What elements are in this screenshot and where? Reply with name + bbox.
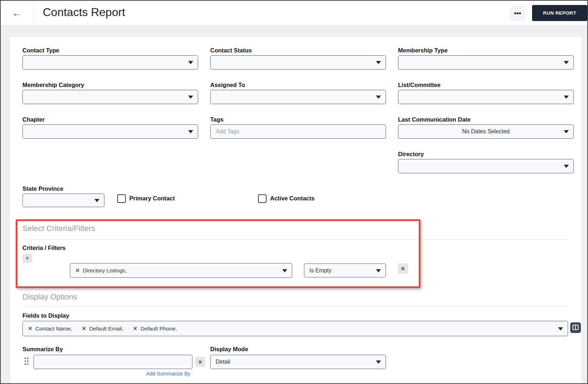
state-province-select[interactable]	[22, 194, 104, 207]
remove-criteria-row-button[interactable]: ✖	[398, 263, 408, 274]
contact-status-label: Contact Status	[210, 47, 252, 55]
chevron-down-icon	[376, 61, 381, 64]
more-options-button[interactable]: •••	[510, 6, 526, 21]
field-chip: ✕ Contact Name,	[28, 325, 72, 332]
field-chip: ✕ Default Email,	[82, 325, 124, 332]
membership-type-label: Membership Type	[398, 47, 448, 55]
remove-chip-icon[interactable]: ✕	[28, 325, 32, 332]
header: ← Contacts Report ••• RUN REPORT	[1, 1, 587, 26]
divider	[22, 307, 568, 307]
divider	[22, 239, 568, 240]
add-criteria-button[interactable]: +	[22, 254, 32, 263]
state-province-label: State Province	[22, 185, 63, 193]
chevron-down-icon	[188, 61, 193, 64]
assigned-to-label: Assigned To	[210, 82, 245, 89]
plus-icon: +	[25, 255, 29, 262]
display-options-heading: Display Options	[22, 292, 77, 302]
membership-category-label: Membership Category	[22, 82, 84, 89]
contacts-report-page: ← Contacts Report ••• RUN REPORT Contact…	[0, 0, 588, 384]
display-mode-label: Display Mode	[210, 346, 248, 354]
chevron-down-icon	[376, 269, 381, 272]
criteria-operator-select[interactable]: Is Empty	[304, 263, 386, 277]
chevron-down-icon	[188, 96, 193, 99]
membership-type-select[interactable]	[398, 55, 574, 70]
last-communication-date-value: No Dates Selected	[462, 128, 510, 135]
directory-select[interactable]	[398, 159, 574, 173]
chevron-down-icon	[376, 360, 381, 364]
criteria-field-select[interactable]: ✕ Directory Listings,	[70, 263, 292, 278]
field-chip: ✕ Default Phone,	[133, 325, 177, 332]
add-summarize-by-link[interactable]: Add Summarize By	[146, 371, 190, 377]
fields-to-display-label: Fields to Display	[22, 312, 69, 320]
primary-contact-checkbox[interactable]	[117, 194, 126, 203]
active-contacts-checkbox[interactable]	[258, 194, 267, 203]
last-communication-date-select[interactable]: No Dates Selected	[398, 124, 574, 139]
page-title: Contacts Report	[43, 6, 125, 19]
chevron-down-icon	[564, 61, 569, 64]
active-contacts-checkbox-label: Active Contacts	[270, 195, 315, 202]
columns-icon	[572, 324, 579, 331]
chevron-down-icon	[564, 130, 569, 133]
field-chip-label: Default Phone,	[140, 326, 177, 332]
assigned-to-select[interactable]	[210, 90, 386, 104]
last-communication-date-label: Last Communication Date	[398, 116, 471, 124]
close-icon: ✖	[198, 359, 202, 365]
chevron-down-icon	[376, 96, 381, 99]
chevron-down-icon	[558, 327, 563, 331]
drag-handle-icon[interactable]	[24, 357, 29, 366]
chevron-down-icon	[94, 199, 99, 202]
summarize-by-input[interactable]	[33, 355, 192, 369]
choose-columns-button[interactable]	[570, 322, 581, 333]
clear-summarize-button[interactable]: ✖	[195, 357, 205, 367]
remove-chip-icon[interactable]: ✕	[75, 267, 80, 274]
ellipsis-icon: •••	[514, 9, 521, 17]
list-committee-label: List/Committee	[398, 82, 440, 89]
chevron-down-icon	[282, 269, 287, 272]
summarize-by-label: Summarize By	[22, 346, 63, 354]
tags-input[interactable]	[210, 124, 386, 139]
arrow-left-icon: ←	[12, 8, 22, 19]
chevron-down-icon	[564, 96, 569, 99]
membership-category-select[interactable]	[22, 90, 198, 104]
criteria-field-value: Directory Listings,	[83, 267, 127, 274]
header-divider	[34, 1, 34, 26]
chapter-label: Chapter	[22, 116, 45, 124]
field-chip-label: Contact Name,	[35, 326, 72, 332]
display-mode-value: Detail	[216, 359, 230, 365]
field-chip-label: Default Email,	[89, 326, 123, 332]
list-committee-select[interactable]	[398, 90, 574, 104]
chevron-down-icon	[564, 165, 569, 168]
criteria-operator-value: Is Empty	[309, 267, 331, 274]
display-mode-select[interactable]: Detail	[210, 355, 386, 369]
criteria-section-heading: Select Criteria/Filters	[22, 224, 95, 233]
contact-status-select[interactable]	[210, 55, 386, 70]
directory-label: Directory	[398, 151, 424, 159]
remove-chip-icon[interactable]: ✕	[82, 325, 86, 332]
contact-type-label: Contact Type	[22, 47, 59, 55]
run-report-button[interactable]: RUN REPORT	[532, 5, 587, 21]
close-icon: ✖	[401, 266, 405, 271]
contact-type-select[interactable]	[22, 55, 198, 70]
criteria-field-chip: ✕ Directory Listings,	[75, 267, 127, 274]
chevron-down-icon	[188, 130, 193, 133]
primary-contact-checkbox-label: Primary Contact	[129, 195, 175, 202]
back-button[interactable]: ←	[10, 7, 24, 20]
criteria-filters-label: Criteria / Filters	[22, 245, 66, 252]
chapter-select[interactable]	[22, 124, 198, 139]
fields-to-display-multiselect[interactable]: ✕ Contact Name, ✕ Default Email, ✕ Defau…	[22, 321, 568, 336]
tags-label: Tags	[210, 116, 223, 124]
remove-chip-icon[interactable]: ✕	[133, 325, 138, 332]
